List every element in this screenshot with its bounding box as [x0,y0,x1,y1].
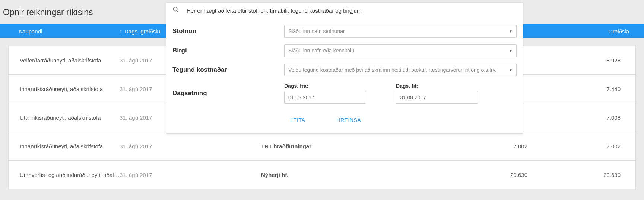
arrow-up-icon: ↑ [119,28,122,35]
filter-label-date: Dagsetning [172,90,284,97]
cell-payment: 20.630 [542,172,635,178]
date-from-label: Dags. frá: [284,83,366,89]
cell-payment: 8.928 [542,57,635,64]
cell-amount: 20.630 [449,172,542,178]
filter-label-supplier: Birgi [172,47,284,54]
date-from-input[interactable] [284,91,366,104]
supplier-dropdown-placeholder: Sláðu inn nafn eða kennitölu [288,48,354,54]
search-icon [172,6,179,14]
date-to-label: Dags. til: [396,83,478,89]
agency-dropdown-placeholder: Sláðu inn nafn stofnunar [288,28,345,34]
cell-buyer: Utanríkisráðuneyti, aðalskrifstofa [9,114,120,121]
cell-buyer: Velferðarráðuneyti, aðalskrifstofa [9,57,120,64]
cell-supplier: TNT hraðflutningar [261,143,449,149]
cell-buyer: Innanríkisráðuneyti, aðalskrifstofa [9,143,120,149]
filter-body: Stofnun Sláðu inn nafn stofnunar ▼ Birgi… [166,18,523,133]
cell-amount: 7.002 [449,143,542,149]
supplier-dropdown[interactable]: Sláðu inn nafn eða kennitölu ▼ [284,44,517,57]
chevron-down-icon: ▼ [509,49,513,53]
agency-dropdown[interactable]: Sláðu inn nafn stofnunar ▼ [284,25,517,38]
filter-label-costtype: Tegund kostnaðar [172,66,284,74]
cell-payment: 7.008 [542,114,635,121]
table-row[interactable]: Umhverfis- og auðlindaráðuneyti, aðalsk…… [8,160,636,189]
cell-buyer: Umhverfis- og auðlindaráðuneyti, aðalsk… [9,172,120,178]
search-button[interactable]: LEITA [290,117,305,123]
table-row[interactable]: Innanríkisráðuneyti, aðalskrifstofa 31. … [8,132,636,161]
cell-payment: 7.002 [542,143,635,149]
chevron-down-icon: ▼ [509,29,513,33]
search-panel: Hér er hægt að leita eftir stofnun, tíma… [166,2,523,134]
date-to-input[interactable] [396,91,478,104]
filter-label-agency: Stofnun [172,28,284,35]
cell-supplier: Nýherji hf. [261,172,449,178]
cell-payment: 7.440 [542,86,635,92]
cell-date: 31. ágú 2017 [120,172,261,178]
chevron-down-icon: ▼ [509,68,513,72]
header-buyer[interactable]: Kaupandi [0,28,119,35]
clear-button[interactable]: HREINSA [336,117,361,123]
svg-line-1 [177,10,178,12]
cell-buyer: Innanríkisráðuneyti, aðalskrifstofa [9,86,120,92]
header-date-label: Dags. greiðslu [124,28,160,35]
search-placeholder: Hér er hægt að leita eftir stofnun, tíma… [187,7,361,14]
header-payment[interactable]: Greiðsla [551,28,644,35]
search-bar[interactable]: Hér er hægt að leita eftir stofnun, tíma… [166,3,523,18]
svg-point-0 [173,7,177,11]
costtype-dropdown[interactable]: Veldu tegund kostnaðar með því að skrá i… [284,64,517,76]
cell-date: 31. ágú 2017 [120,143,261,149]
costtype-dropdown-placeholder: Veldu tegund kostnaðar með því að skrá i… [288,67,496,73]
